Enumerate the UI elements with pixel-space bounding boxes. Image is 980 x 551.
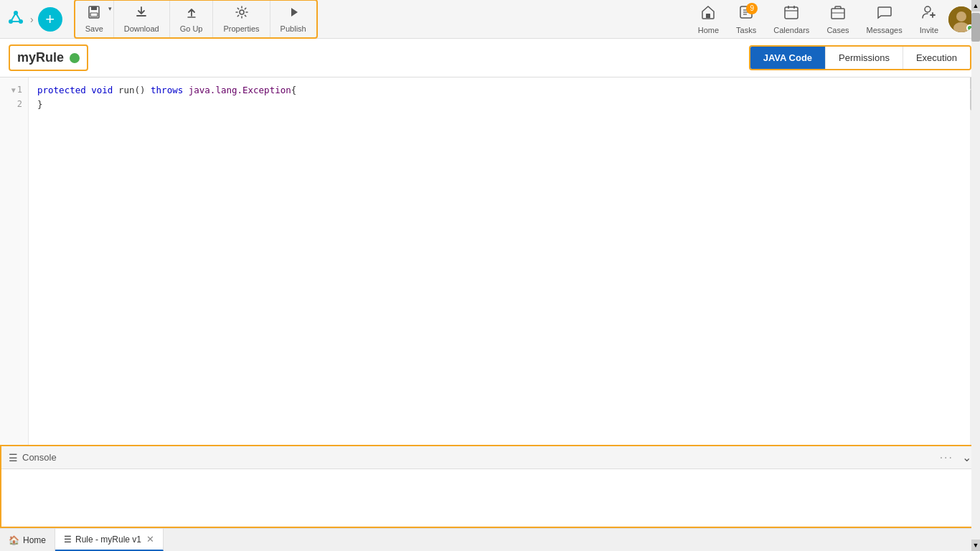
console-header-left: ☰ Console	[9, 452, 57, 463]
save-label: Save	[85, 24, 103, 33]
publish-label: Publish	[281, 24, 306, 33]
keyword-protected: protected	[37, 83, 86, 98]
messages-icon	[877, 4, 892, 24]
download-icon	[134, 5, 149, 23]
console-body	[1, 469, 979, 527]
go-up-label: Go Up	[180, 24, 203, 33]
main-content: myRule JAVA Code Permissions Execution ▼…	[0, 39, 980, 528]
console-icon: ☰	[9, 452, 18, 463]
go-up-icon	[184, 5, 199, 23]
nav-cases[interactable]: Cases	[819, 1, 856, 37]
line-2: 2	[0, 98, 28, 112]
top-toolbar: › + Save ▾	[0, 0, 980, 39]
properties-button[interactable]: Properties	[213, 1, 270, 37]
line-1: ▼ 1	[0, 83, 28, 98]
home-icon	[700, 4, 716, 24]
bottom-tab-home[interactable]: 🏠 Home	[0, 529, 55, 551]
bottom-tabs: 🏠 Home ☰ Rule - myRule v1 ✕	[0, 528, 980, 551]
console-header[interactable]: ☰ Console ··· ⌄	[1, 446, 979, 469]
home-tab-icon: 🏠	[9, 535, 19, 545]
rule-tab-icon: ☰	[64, 534, 72, 545]
download-button[interactable]: Download	[114, 1, 170, 37]
publish-button[interactable]: Publish	[270, 1, 316, 37]
class-exception: Exception	[242, 83, 291, 98]
svg-line-3	[11, 13, 16, 22]
svg-point-9	[240, 10, 244, 14]
keyword-throws: throws	[151, 83, 183, 98]
keyword-void: void	[91, 83, 113, 98]
nav-messages-label: Messages	[867, 26, 903, 34]
page-scroll-thumb[interactable]	[971, 13, 980, 42]
fold-icon-1[interactable]: ▼	[11, 85, 16, 96]
nav-tasks[interactable]: 9 9 Tasks	[729, 1, 763, 37]
save-button[interactable]: Save ▾	[75, 1, 114, 37]
invite-icon	[921, 4, 937, 24]
nav-invite[interactable]: Invite	[913, 1, 946, 37]
cases-icon	[830, 4, 846, 24]
svg-rect-18	[785, 7, 798, 19]
code-content[interactable]: protected void run() throws java.lang. E…	[29, 77, 970, 445]
bottom-tab-rule[interactable]: ☰ Rule - myRule v1 ✕	[55, 529, 164, 551]
calendars-icon	[783, 4, 799, 24]
console-panel: ☰ Console ··· ⌄	[0, 445, 980, 528]
nav-right: Home 9 9 Tasks	[691, 1, 974, 37]
home-tab-label: Home	[23, 535, 46, 545]
page-scroll-down[interactable]: ▼	[971, 540, 980, 551]
tasks-badge: 9	[746, 3, 758, 14]
nav-cases-label: Cases	[826, 26, 849, 34]
nav-home-label: Home	[698, 26, 719, 34]
svg-line-4	[16, 13, 21, 22]
tab-execution[interactable]: Execution	[903, 47, 970, 69]
svg-rect-7	[91, 6, 97, 10]
svg-rect-8	[90, 13, 98, 17]
nav-invite-label: Invite	[920, 26, 938, 34]
save-icon	[87, 5, 101, 23]
chevron-right-icon[interactable]: ›	[30, 14, 34, 25]
toolbar-left: › + Save ▾	[6, 0, 318, 39]
logo-icon[interactable]	[6, 7, 26, 32]
page-scroll-up[interactable]: ▲	[971, 0, 980, 11]
nav-calendars-label: Calendars	[773, 26, 809, 34]
nav-messages[interactable]: Messages	[859, 1, 910, 37]
console-label: Console	[22, 452, 57, 463]
tab-permissions[interactable]: Permissions	[826, 47, 903, 69]
svg-point-24	[925, 6, 930, 12]
add-button[interactable]: +	[38, 7, 62, 32]
line-numbers: ▼ 1 2	[0, 77, 29, 445]
rule-tab-label: Rule - myRule v1	[75, 534, 141, 545]
rule-name: myRule	[17, 50, 64, 65]
rule-title-box: myRule	[9, 44, 88, 71]
svg-rect-11	[706, 14, 710, 18]
code-editor: ▼ 1 2 protected void run() throws java.l…	[0, 77, 980, 445]
code-line-1: protected void run() throws java.lang. E…	[37, 83, 961, 98]
properties-label: Properties	[223, 24, 259, 33]
editor-tabs: JAVA Code Permissions Execution	[749, 45, 971, 70]
console-more-icon[interactable]: ···	[940, 451, 953, 464]
publish-icon	[286, 5, 301, 23]
rule-tab-close[interactable]: ✕	[146, 534, 154, 545]
console-collapse-icon[interactable]: ⌄	[962, 451, 971, 464]
nav-home[interactable]: Home	[691, 1, 726, 37]
svg-point-28	[956, 11, 966, 22]
class-java-lang: java.lang.	[189, 83, 242, 98]
nav-calendars[interactable]: Calendars	[766, 1, 816, 37]
code-line-2: }	[37, 98, 961, 112]
tab-java-code[interactable]: JAVA Code	[750, 47, 826, 69]
save-dropdown-icon[interactable]: ▾	[108, 5, 112, 12]
rule-status-dot	[70, 53, 80, 63]
download-label: Download	[124, 24, 159, 33]
go-up-button[interactable]: Go Up	[170, 1, 214, 37]
rule-header: myRule JAVA Code Permissions Execution	[0, 39, 980, 77]
avatar[interactable]	[948, 6, 974, 32]
svg-rect-22	[831, 9, 844, 19]
page-scrollbar: ▲ ▼	[971, 0, 980, 551]
nav-tasks-label: Tasks	[736, 26, 756, 34]
svg-marker-10	[291, 8, 298, 17]
properties-icon	[235, 5, 249, 23]
toolbar-group: Save ▾ Download	[74, 0, 318, 39]
